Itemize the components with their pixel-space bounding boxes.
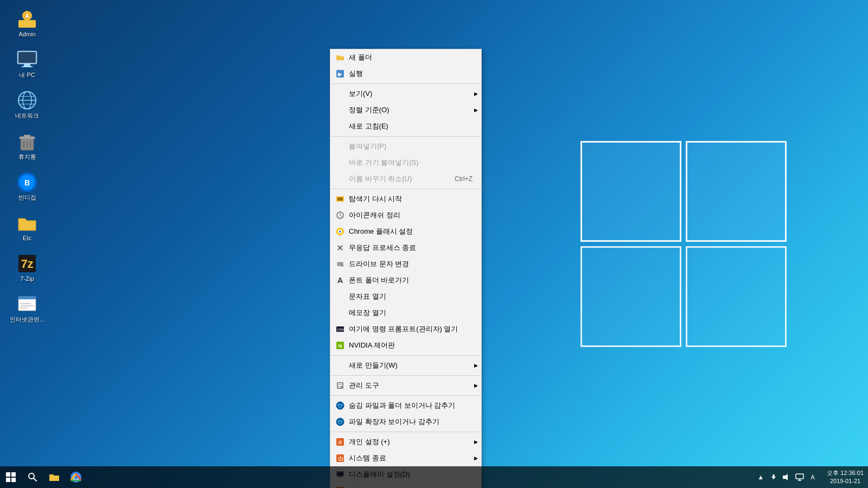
menu-item-chrome-flash[interactable]: Chrome 플래시 설정 [330, 223, 481, 240]
menu-paste-label: 붙여넣기(P) [349, 142, 473, 151]
svg-rect-25 [18, 297, 36, 299]
svg-rect-5 [18, 52, 36, 63]
menu-item-new-folder[interactable]: 새 폴더 [330, 49, 481, 66]
menu-item-refresh[interactable]: 새로 고침(E) [330, 118, 481, 134]
taskbar: ▲ A 오후 12:36:01 2019-01-21 [0, 466, 868, 488]
svg-rect-41 [338, 263, 342, 264]
svg-rect-15 [24, 135, 30, 137]
menu-item-nvidia[interactable]: N NVIDIA 제어판 [330, 337, 481, 354]
svg-text:7z: 7z [21, 257, 33, 271]
svg-rect-75 [783, 476, 786, 479]
desktop-icon-bandzip[interactable]: B 반디집 [5, 169, 49, 204]
win-pane-tl [580, 141, 681, 242]
paste-icon [335, 141, 346, 152]
svg-rect-27 [20, 303, 31, 304]
explorer-restart-icon [335, 194, 346, 204]
menu-font-folder-label: 폰트 폴더 바로가기 [349, 275, 473, 285]
separator-1 [330, 84, 481, 84]
search-button[interactable] [22, 466, 43, 488]
menu-item-paste-shortcut[interactable]: 바로 가기 붙여넣기(S) [330, 155, 481, 171]
svg-rect-66 [11, 472, 16, 477]
tray-keyboard-icon[interactable]: A [807, 472, 818, 483]
desktop-icon-recycle[interactable]: 휴지통 [5, 128, 49, 163]
menu-item-view[interactable]: 보기(V) [330, 86, 481, 102]
svg-marker-76 [786, 474, 788, 480]
desktop-icon-network[interactable]: 네트워크 [5, 87, 49, 122]
tray-display-icon[interactable] [794, 472, 805, 483]
menu-item-run[interactable]: ▶ 실행 [330, 66, 481, 82]
paste-shortcut-icon [335, 157, 346, 168]
tray-volume-icon[interactable] [781, 472, 792, 483]
svg-text:▶: ▶ [338, 71, 342, 77]
windows-logo [580, 141, 787, 347]
etc-icon-label: Etc [23, 235, 31, 242]
menu-item-drive-letter[interactable]: 드라이브 문자 변경 [330, 256, 481, 272]
menu-kill-process-label: 무응답 프로세스 종료 [349, 243, 473, 253]
menu-item-cmd-admin[interactable]: cmd 여기에 명령 프롬프트(관리자) 열기 [330, 321, 481, 337]
menu-item-kill-process[interactable]: 무응답 프로세스 종료 [330, 240, 481, 256]
recycle-icon [16, 131, 38, 152]
menu-item-show-ext[interactable]: 🛡 파일 확장자 보이거나 감추기 [330, 414, 481, 430]
menu-refresh-label: 새로 고침(E) [349, 121, 473, 131]
menu-item-charmap[interactable]: 문자표 열기 [330, 288, 481, 305]
new-folder-icon [335, 52, 346, 63]
tray-arrow-icon[interactable]: ▲ [755, 472, 766, 483]
sort-icon [335, 105, 346, 115]
internet-icon [16, 293, 38, 315]
notepad-icon [335, 307, 346, 318]
menu-item-system-exit[interactable]: ⏻ 시스템 종료 [330, 450, 481, 466]
bandzip-icon-label: 반디집 [18, 194, 36, 201]
view-icon [335, 88, 346, 99]
menu-show-hidden-label: 숨김 파일과 폴더 보이거나 감추기 [349, 401, 473, 410]
menu-item-font-folder[interactable]: A 폰트 폴더 바로가기 [330, 272, 481, 288]
separator-3 [330, 189, 481, 189]
kill-process-icon [335, 242, 346, 253]
network-icon [16, 89, 38, 111]
system-tray: ▲ A [755, 472, 822, 483]
svg-text:cmd: cmd [337, 328, 344, 331]
chrome-button[interactable] [65, 466, 87, 488]
menu-item-icon-cache[interactable]: 아이콘캐쉬 정리 [330, 207, 481, 223]
menu-item-notepad[interactable]: 메모장 열기 [330, 305, 481, 321]
menu-item-undo-rename[interactable]: 이름 바꾸기 취소(U) Ctrl+Z [330, 171, 481, 187]
menu-item-personal-plus[interactable]: ⚙ 개인 설정 (+) [330, 434, 481, 450]
start-button[interactable] [0, 466, 22, 488]
svg-rect-68 [11, 478, 16, 482]
svg-text:A: A [25, 13, 29, 19]
desktop-icon-7zip[interactable]: 7z 7-Zip [5, 250, 49, 285]
drive-letter-icon [335, 259, 346, 269]
tray-network-icon[interactable] [768, 472, 779, 483]
svg-text:⏻: ⏻ [338, 456, 343, 461]
desktop-icon-etc[interactable]: Etc [5, 209, 49, 245]
menu-item-show-hidden[interactable]: 🛡 숨김 파일과 폴더 보이거나 감추기 [330, 397, 481, 414]
desktop-icon-internet[interactable]: 인터넷관련... [5, 291, 49, 326]
system-clock[interactable]: 오후 12:36:01 2019-01-21 [822, 469, 868, 486]
menu-admin-tools-label: 관리 도구 [349, 381, 473, 390]
etc-icon [16, 212, 38, 234]
svg-rect-67 [6, 478, 10, 482]
bandzip-icon: B [16, 171, 38, 193]
menu-item-sort[interactable]: 정렬 기준(O) [330, 102, 481, 118]
menu-item-admin-tools[interactable]: 관리 도구 [330, 377, 481, 394]
svg-point-43 [342, 265, 343, 267]
charmap-icon [335, 291, 346, 302]
menu-item-explorer-restart[interactable]: 탐색기 다시 시작 [330, 191, 481, 207]
svg-text:⚙: ⚙ [338, 440, 342, 445]
network-icon-label: 네트워크 [15, 112, 39, 119]
svg-rect-29 [20, 307, 28, 309]
menu-nvidia-label: NVIDIA 제어판 [349, 341, 473, 350]
undo-icon [335, 174, 346, 184]
separator-6 [330, 395, 481, 396]
menu-item-paste[interactable]: 붙여넣기(P) [330, 138, 481, 155]
desktop-icon-admin[interactable]: A Admin [5, 5, 49, 41]
win-pane-bl [580, 246, 681, 347]
file-explorer-button[interactable] [43, 466, 65, 488]
svg-text:🛡: 🛡 [338, 403, 343, 409]
svg-rect-42 [338, 264, 342, 265]
menu-item-new[interactable]: 새로 만들기(W) [330, 357, 481, 374]
personal-plus-icon: ⚙ [335, 436, 346, 447]
desktop-icon-mypc[interactable]: 내 PC [5, 46, 49, 81]
svg-rect-28 [20, 305, 34, 306]
menu-paste-shortcut-label: 바로 가기 붙여넣기(S) [349, 158, 473, 168]
svg-rect-49 [338, 383, 342, 384]
